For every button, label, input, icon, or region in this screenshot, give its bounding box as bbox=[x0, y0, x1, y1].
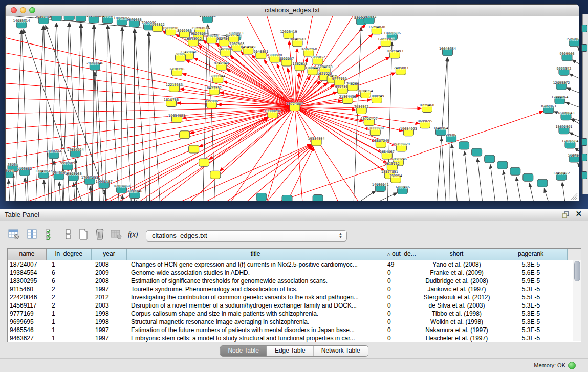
cell-name[interactable]: 18300295 bbox=[8, 277, 47, 285]
table-row[interactable]: 946554611997Estimation of the future num… bbox=[8, 326, 581, 334]
graph-node[interactable]: 7955812 bbox=[311, 55, 325, 64]
graph-node[interactable]: 12213383 bbox=[166, 83, 183, 92]
graph-node[interactable] bbox=[472, 148, 482, 156]
cell-name[interactable]: 18724007 bbox=[8, 260, 47, 269]
cell-year[interactable]: 1998 bbox=[92, 310, 127, 318]
cell-in_degree[interactable]: 6 bbox=[47, 269, 92, 277]
memory-status-indicator[interactable] bbox=[568, 362, 576, 369]
cell-out_de[interactable]: 0 bbox=[384, 269, 419, 277]
graph-node[interactable]: 2087682 bbox=[362, 16, 377, 24]
cell-out_de[interactable]: 0 bbox=[384, 277, 419, 285]
graph-node[interactable]: 9329966 bbox=[559, 52, 574, 61]
cell-out_de[interactable]: 0 bbox=[384, 318, 419, 326]
cell-out_de[interactable]: 0 bbox=[384, 301, 419, 310]
graph-node[interactable]: 16961758 bbox=[300, 47, 317, 56]
graph-node[interactable] bbox=[523, 173, 533, 181]
secondary-window-sliver[interactable] bbox=[582, 14, 588, 194]
cell-title[interactable]: Structural magnetic resonance image aver… bbox=[127, 318, 384, 326]
cell-short[interactable]: de Silva et al. (2003) bbox=[419, 301, 494, 310]
cell-in_degree[interactable]: 1 bbox=[47, 326, 92, 334]
graph-node[interactable]: 20891406 bbox=[35, 16, 52, 24]
graph-node[interactable]: 1115682 bbox=[17, 167, 32, 176]
column-header-year[interactable]: year bbox=[92, 249, 127, 260]
cell-pagerank[interactable]: 5.3E-5 bbox=[494, 310, 568, 318]
graph-node[interactable] bbox=[256, 193, 267, 201]
select-all-button[interactable] bbox=[43, 228, 58, 243]
cell-in_degree[interactable]: 1 bbox=[47, 334, 92, 342]
cell-year[interactable]: 1997 bbox=[92, 326, 127, 334]
graph-node[interactable]: 8215953 bbox=[541, 104, 556, 114]
graph-node[interactable] bbox=[581, 25, 587, 32]
graph-node[interactable]: 6466161 bbox=[100, 16, 115, 24]
float-panel-icon[interactable] bbox=[561, 211, 570, 219]
cell-name[interactable]: 9463627 bbox=[8, 334, 47, 342]
graph-node[interactable]: 17359924 bbox=[67, 148, 84, 157]
table-scrollbar-thumb[interactable] bbox=[574, 261, 580, 281]
graph-node[interactable]: 17016504 bbox=[561, 139, 578, 148]
graph-node[interactable]: 752254 bbox=[389, 174, 402, 183]
column-header-short[interactable]: short bbox=[419, 249, 494, 260]
graph-node[interactable]: 14136141 bbox=[372, 183, 389, 192]
graph-node[interactable]: 10973493 bbox=[386, 49, 403, 58]
column-header-name[interactable]: name bbox=[8, 249, 47, 260]
table-row[interactable]: 1872400712008Changes of HCN gene express… bbox=[8, 260, 581, 269]
cell-out_de[interactable]: 0 bbox=[384, 334, 419, 342]
cell-pagerank[interactable]: 5.3E-5 bbox=[494, 318, 568, 326]
cell-out_de[interactable]: 0 bbox=[384, 293, 419, 301]
show-columns-button[interactable] bbox=[25, 228, 40, 243]
graph-node[interactable]: 16154838 bbox=[368, 25, 385, 34]
graph-node[interactable]: 9777169 bbox=[332, 77, 347, 86]
cell-short[interactable]: Jankovic et al. (1997) bbox=[419, 285, 494, 293]
table-selector-dropdown[interactable]: citations_edges.txt ▲▼ bbox=[146, 230, 347, 242]
cell-title[interactable]: Disruption of a novel member of a sodium… bbox=[127, 301, 384, 310]
graph-node[interactable] bbox=[581, 154, 587, 161]
cell-in_degree[interactable]: 2 bbox=[47, 301, 92, 310]
graph-node[interactable]: 117006 bbox=[205, 99, 218, 108]
graph-node[interactable]: 21364436 bbox=[339, 95, 356, 104]
cell-name[interactable]: 9777169 bbox=[8, 310, 47, 318]
graph-node[interactable]: 9115460 bbox=[420, 103, 434, 113]
cell-pagerank[interactable]: 5.3E-5 bbox=[494, 285, 568, 293]
cell-pagerank[interactable]: 5.3E-5 bbox=[494, 260, 568, 269]
cell-pagerank[interactable]: 5.3E-5 bbox=[494, 301, 568, 310]
cell-title[interactable]: Estimation of significance thresholds fo… bbox=[127, 277, 384, 285]
cell-pagerank[interactable]: 5.3E-5 bbox=[494, 326, 568, 334]
resize-grip[interactable] bbox=[571, 193, 577, 200]
graph-node[interactable]: 1080749 bbox=[369, 94, 384, 103]
graph-node[interactable]: 7485083 bbox=[394, 66, 408, 75]
delete-button[interactable] bbox=[92, 228, 107, 243]
deselect-all-button[interactable] bbox=[60, 228, 76, 243]
graph-node[interactable]: 1640954 bbox=[433, 126, 448, 136]
cell-title[interactable]: Corpus callosum shape and size in male p… bbox=[127, 310, 384, 318]
graph-node[interactable] bbox=[51, 16, 61, 21]
table-row[interactable]: 1830029562008Estimation of significance … bbox=[8, 277, 581, 285]
cell-out_de[interactable]: 49 bbox=[384, 260, 419, 269]
graph-node[interactable] bbox=[210, 171, 221, 179]
cell-short[interactable]: Hescheler et al. (1997) bbox=[419, 334, 494, 342]
graph-node[interactable] bbox=[581, 171, 587, 179]
cell-in_degree[interactable]: 1 bbox=[47, 260, 92, 269]
cell-title[interactable]: Genome-wide association studies in ADHD. bbox=[127, 269, 384, 277]
network-canvas[interactable]: 1405571420891406106532871527602646616110… bbox=[6, 16, 579, 201]
graph-node[interactable] bbox=[510, 167, 520, 175]
cell-year[interactable]: 2008 bbox=[92, 260, 127, 269]
cell-name[interactable]: 9115460 bbox=[8, 285, 47, 293]
cell-name[interactable]: 22420046 bbox=[8, 293, 47, 301]
cell-short[interactable]: Wolkin et al. (1998) bbox=[419, 318, 494, 326]
graph-node[interactable]: 10688609 bbox=[367, 126, 384, 136]
graph-node[interactable]: 12342737 bbox=[35, 169, 52, 179]
graph-node[interactable]: 2718176 bbox=[169, 67, 184, 76]
graph-node[interactable]: 746266 bbox=[346, 82, 359, 91]
cell-in_degree[interactable]: 2 bbox=[47, 285, 92, 293]
cell-year[interactable]: 1997 bbox=[92, 334, 127, 342]
graph-node[interactable]: 9242848 bbox=[214, 61, 229, 71]
graph-node[interactable]: 8822057 bbox=[279, 57, 294, 66]
cell-in_degree[interactable]: 1 bbox=[47, 318, 92, 326]
cell-name[interactable]: 19384554 bbox=[8, 269, 47, 277]
cell-short[interactable]: Nakamura et al. (1997) bbox=[419, 326, 494, 334]
cell-short[interactable]: Yano et al. (2008) bbox=[419, 260, 494, 269]
column-header-title[interactable]: title bbox=[127, 249, 384, 260]
cell-short[interactable]: Tibbo et al. (1998) bbox=[419, 310, 494, 318]
graph-node[interactable]: 12505135 bbox=[65, 172, 82, 181]
cell-short[interactable]: Franke et al. (2009) bbox=[419, 269, 494, 277]
